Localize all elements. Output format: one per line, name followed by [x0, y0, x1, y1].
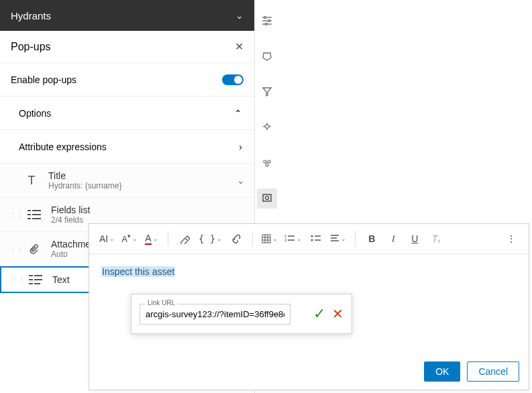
svg-rect-5 [32, 218, 41, 219]
svg-point-38 [311, 239, 313, 241]
svg-point-23 [266, 196, 269, 200]
bold-tool[interactable]: B [362, 229, 381, 248]
enable-popups-row: Enable pop-ups [0, 63, 254, 97]
attribute-expressions-label: Attribute expressions [19, 142, 107, 152]
popup-config-icon[interactable] [257, 188, 277, 209]
popups-header: Pop-ups ✕ [0, 31, 254, 63]
cluster-icon[interactable] [257, 153, 277, 173]
chevron-down-icon: ⌄ [235, 10, 244, 21]
link-url-input[interactable] [140, 304, 290, 325]
link-url-popover: Link URL ✓ ✕ [131, 294, 352, 334]
enable-popups-label: Enable pop-ups [11, 74, 76, 85]
table-tool[interactable]: ⌄ [260, 229, 280, 248]
svg-rect-10 [34, 279, 42, 280]
sliders-icon[interactable] [257, 11, 277, 31]
svg-rect-7 [29, 279, 33, 280]
chevron-up-icon: ⌃ [234, 108, 242, 119]
link-tool[interactable] [227, 229, 246, 248]
title-item[interactable]: T Title Hydrants: {surname} ⌄ [0, 164, 254, 198]
svg-rect-8 [29, 283, 33, 284]
svg-rect-11 [34, 283, 40, 284]
svg-rect-1 [32, 210, 41, 211]
svg-point-21 [266, 164, 268, 166]
svg-rect-9 [34, 275, 42, 276]
drag-handle-icon[interactable]: ⋮⋮ [9, 211, 17, 219]
svg-point-19 [264, 160, 266, 163]
clear-tool[interactable] [175, 229, 194, 248]
svg-marker-18 [263, 53, 271, 60]
attachment-icon [24, 243, 44, 255]
title-icon: T [21, 174, 42, 188]
ok-button[interactable]: OK [424, 361, 460, 382]
title-item-sub: Hydrants: {surname} [48, 181, 230, 190]
confirm-icon[interactable]: ✓ [313, 305, 325, 323]
attribute-expressions-row[interactable]: Attribute expressions › [0, 130, 254, 164]
options-row[interactable]: Options ⌃ [0, 97, 254, 130]
cancel-icon[interactable]: ✕ [332, 306, 343, 322]
filter-icon[interactable] [257, 82, 277, 102]
font-size-tool[interactable]: A▾⌄ [119, 229, 140, 248]
link-url-label: Link URL [145, 299, 178, 306]
text-icon [25, 274, 46, 285]
svg-rect-6 [29, 275, 33, 276]
svg-rect-0 [28, 210, 31, 211]
enable-popups-toggle[interactable] [222, 74, 244, 85]
popups-label: Pop-ups [11, 41, 51, 53]
polygon-icon[interactable] [257, 46, 277, 66]
svg-rect-3 [32, 214, 41, 215]
svg-rect-22 [263, 194, 271, 201]
layer-title: Hydrants [11, 10, 51, 21]
font-color-tool[interactable]: A⌄ [142, 229, 161, 248]
editor-link-text[interactable]: Inspect this asset [101, 266, 175, 277]
italic-tool[interactable]: I [384, 229, 403, 248]
drag-handle-icon[interactable]: ⋮⋮ [9, 245, 17, 254]
close-icon[interactable]: ✕ [235, 40, 244, 53]
right-toolbar [255, 0, 279, 244]
clear-format-tool[interactable]: Tx [427, 229, 445, 248]
editor-toolbar: AI⌄ A▾⌄ A⌄ { }⌄ ⌄ 12⌄ ⌄ B I U Tx ⋮ [89, 224, 529, 254]
layer-header[interactable]: Hydrants ⌄ [0, 0, 254, 31]
more-icon[interactable]: ⋮ [502, 229, 521, 248]
chevron-down-icon: ⌄ [237, 175, 245, 186]
svg-rect-27 [262, 235, 270, 243]
underline-tool[interactable]: U [405, 229, 424, 248]
options-label: Options [19, 108, 51, 119]
chevron-right-icon: › [239, 142, 242, 152]
title-item-label: Title [48, 170, 230, 181]
ai-tool[interactable]: AI⌄ [97, 229, 117, 248]
svg-rect-4 [28, 218, 31, 219]
svg-point-20 [268, 160, 270, 163]
align-tool[interactable]: ⌄ [328, 229, 348, 248]
svg-point-36 [311, 235, 313, 237]
fields-icon [24, 209, 44, 220]
drag-handle-icon[interactable]: ⋮⋮ [11, 276, 19, 284]
ordered-list-tool[interactable]: 12⌄ [282, 229, 304, 248]
cancel-button[interactable]: Cancel [467, 361, 519, 382]
svg-rect-2 [28, 214, 31, 215]
svg-point-13 [264, 17, 266, 19]
braces-tool[interactable]: { }⌄ [197, 229, 224, 248]
svg-text:2: 2 [284, 238, 287, 242]
svg-point-17 [266, 23, 268, 25]
unordered-list-tool[interactable] [307, 229, 325, 248]
sparkle-icon[interactable] [257, 117, 277, 137]
svg-point-15 [268, 20, 270, 22]
fields-item-label: Fields list [51, 205, 245, 215]
